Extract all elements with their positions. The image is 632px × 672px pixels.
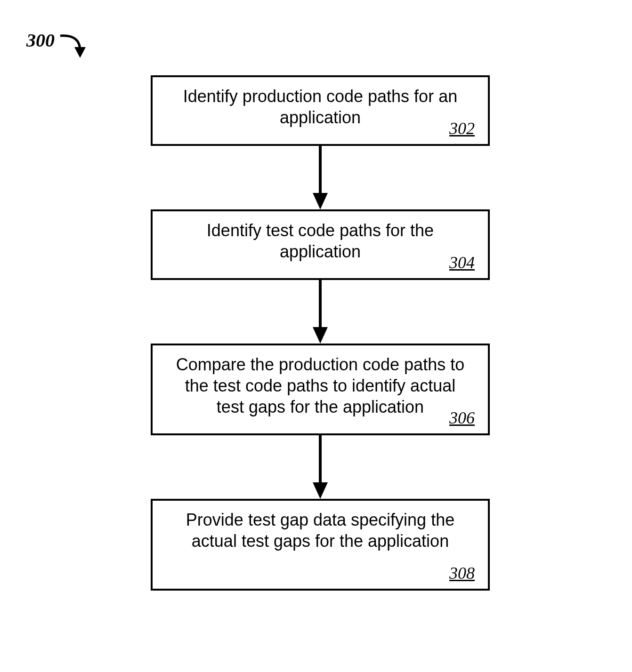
flow-step-302: Identify production code paths for an ap… [151, 75, 490, 146]
svg-marker-6 [313, 482, 328, 499]
flow-step-306: Compare the production code paths to the… [151, 344, 490, 435]
flow-step-308: Provide test gap data specifying the act… [151, 499, 490, 591]
svg-marker-0 [74, 47, 86, 58]
flow-step-304: Identify test code paths for the applica… [151, 209, 490, 280]
arrow-304-to-306-icon [311, 280, 330, 344]
svg-marker-4 [313, 327, 328, 344]
arrow-302-to-304-icon [311, 146, 330, 209]
flow-step-302-text: Identify production code paths for an ap… [183, 87, 457, 127]
flow-step-304-text: Identify test code paths for the applica… [207, 221, 434, 261]
arrow-306-to-308-icon [311, 435, 330, 499]
flow-step-308-text: Provide test gap data specifying the act… [186, 510, 454, 551]
flow-step-308-ref: 308 [449, 563, 475, 584]
figure-pointer-arrow-icon [57, 32, 89, 70]
flow-step-306-ref: 306 [449, 408, 475, 429]
svg-marker-2 [313, 193, 328, 209]
flow-step-302-ref: 302 [449, 118, 475, 139]
figure-number-label: 300 [26, 29, 55, 51]
flow-step-304-ref: 304 [449, 252, 475, 273]
flow-step-306-text: Compare the production code paths to the… [176, 355, 464, 416]
